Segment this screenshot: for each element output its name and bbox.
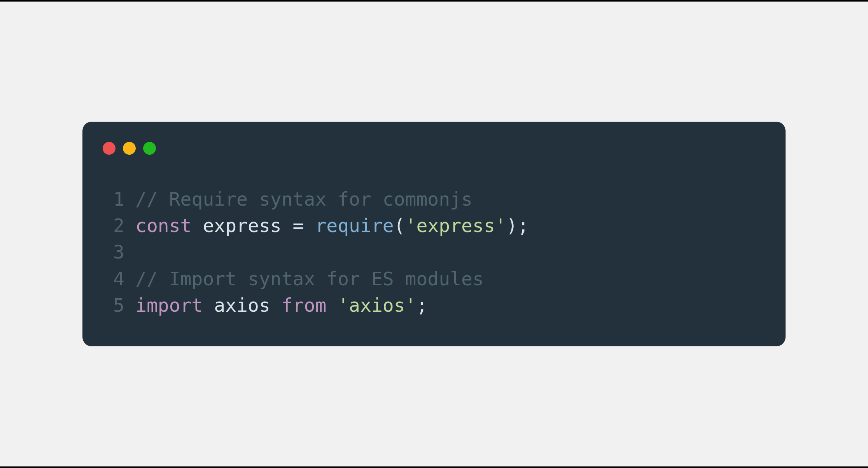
semicolon-token: ; bbox=[416, 294, 428, 316]
code-content: // Import syntax for ES modules bbox=[135, 265, 484, 292]
line-number: 3 bbox=[103, 239, 124, 265]
string-token: 'axios' bbox=[338, 294, 416, 316]
code-content: import axios from 'axios'; bbox=[135, 292, 427, 318]
code-line: 3 bbox=[103, 239, 765, 265]
code-content: // Require syntax for commonjs bbox=[135, 186, 472, 212]
function-token: require bbox=[315, 215, 394, 236]
line-number: 2 bbox=[103, 212, 124, 239]
maximize-icon[interactable] bbox=[143, 142, 156, 155]
keyword-token: from bbox=[282, 294, 327, 316]
code-line: 2 const express = require('express'); bbox=[103, 212, 765, 239]
semicolon-token: ; bbox=[518, 215, 529, 236]
code-content: const express = require('express'); bbox=[135, 212, 529, 239]
identifier-token: express bbox=[203, 215, 281, 236]
keyword-token: const bbox=[135, 215, 192, 236]
line-number: 1 bbox=[103, 186, 124, 212]
line-number: 5 bbox=[103, 292, 124, 318]
code-window: 1 // Require syntax for commonjs 2 const… bbox=[82, 122, 786, 346]
identifier-token: axios bbox=[214, 294, 270, 316]
code-line: 5 import axios from 'axios'; bbox=[103, 292, 765, 318]
code-line: 1 // Require syntax for commonjs bbox=[103, 186, 765, 212]
code-body: 1 // Require syntax for commonjs 2 const… bbox=[103, 186, 765, 318]
line-number: 4 bbox=[103, 265, 124, 292]
minimize-icon[interactable] bbox=[123, 142, 136, 155]
string-token: 'express' bbox=[405, 215, 506, 236]
paren-token: ( bbox=[394, 215, 405, 236]
operator-token: = bbox=[293, 215, 304, 236]
paren-token: ) bbox=[506, 215, 518, 236]
comment-token: // Import syntax for ES modules bbox=[135, 268, 484, 290]
keyword-token: import bbox=[135, 294, 203, 316]
comment-token: // Require syntax for commonjs bbox=[135, 188, 472, 210]
close-icon[interactable] bbox=[103, 142, 116, 155]
traffic-lights bbox=[103, 142, 765, 155]
code-line: 4 // Import syntax for ES modules bbox=[103, 265, 765, 292]
